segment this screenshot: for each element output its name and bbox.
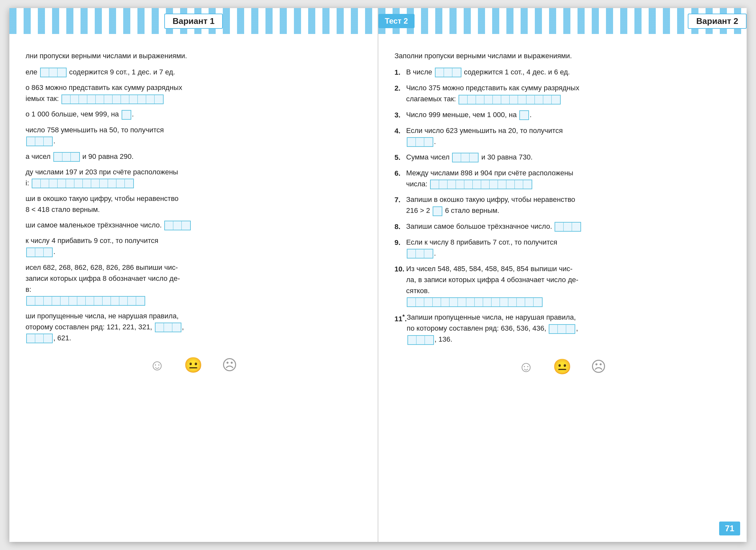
left-q5: а чисел и 90 равна 290. [26,151,362,162]
book: Вариант 1 лни пропуски верными числами и… [9,8,747,542]
left-header-strip: Вариант 1 [9,8,378,34]
right-smileys: ☺ 😐 ☹ [394,355,730,379]
answer-box-rq7[interactable] [433,206,442,216]
smiley-neutral-right[interactable]: 😐 [553,355,571,379]
right-q9: 9. Если к числу 8 прибавить 7 сот., то п… [394,237,730,259]
answer-box-q5[interactable] [53,152,80,162]
answer-box-rq10[interactable] [407,297,543,307]
right-q5: 5. Сумма чисел и 30 равна 730. [394,152,730,163]
answer-box-rq11b[interactable] [407,335,434,345]
answer-box-rq3[interactable] [519,110,529,120]
right-q2: 2. Число 375 можно представить как сумму… [394,82,730,104]
answer-box-q11a[interactable] [155,323,181,332]
right-q6: 6. Между числами 898 и 904 при счёте рас… [394,167,730,189]
answer-box-rq8[interactable] [555,222,581,232]
left-content: лни пропуски верными числами и выражения… [26,50,362,377]
left-smileys: ☺ 😐 ☹ [26,353,362,377]
left-q10: исел 682, 268, 862, 628, 826, 286 выпиши… [26,262,362,306]
answer-box-q4[interactable] [26,136,53,146]
right-q10: 10. Из чисел 548, 485, 584, 458, 845, 85… [394,263,730,308]
left-q11: ши пропущенные числа, не нарушая правила… [26,311,362,344]
smiley-happy-left[interactable]: ☺ [150,353,165,377]
answer-box-q3[interactable] [122,110,131,120]
answer-box-rq5[interactable] [452,153,479,162]
answer-box-rq6[interactable] [430,179,532,189]
right-q8: 8. Запиши самое большое трёхзначное числ… [394,221,730,232]
right-intro: Заполни пропуски верными числами и выраж… [394,50,730,61]
right-q1: 1. В числе содержится 1 сот., 4 дес. и 6… [394,67,730,78]
left-page: Вариант 1 лни пропуски верными числами и… [9,8,378,542]
answer-box-q11b[interactable] [26,334,53,343]
right-header-content: Тест 2 Вариант 2 [378,14,747,29]
smiley-happy-right[interactable]: ☺ [519,355,534,379]
right-q7: 7. Запиши в окошко такую цифру, чтобы не… [394,194,730,216]
answer-box-q9[interactable] [26,247,53,257]
answer-box-rq4[interactable] [407,137,433,147]
left-q1: еле содержится 9 сот., 1 дес. и 7 ед. [26,67,362,78]
right-content: Заполни пропуски верными числами и выраж… [394,50,730,379]
left-q4: число 758 уменьшить на 50, то получится … [26,124,362,146]
answer-box-q6[interactable] [32,178,134,188]
right-header-strip: Тест 2 Вариант 2 [378,8,747,34]
answer-box-q1[interactable] [40,68,67,77]
left-q8: ши самое маленькое трёхзначное число. [26,220,362,231]
answer-box-rq2[interactable] [459,95,561,104]
answer-box-rq1[interactable] [435,68,461,77]
smiley-neutral-left[interactable]: 😐 [184,353,202,377]
right-q3: 3. Число 999 меньше, чем 1 000, на . [394,109,730,121]
smiley-sad-left[interactable]: ☹ [222,353,237,377]
answer-box-q2[interactable] [61,94,164,104]
right-q11: 11*. Запиши пропущенные числа, не наруша… [394,312,730,345]
page-number: 71 [719,522,740,535]
left-q6: ду числами 197 и 203 при счёте расположе… [26,167,362,189]
answer-box-q10[interactable] [26,296,145,306]
left-intro: лни пропуски верными числами и выражения… [26,50,362,61]
left-q9: к числу 4 прибавить 9 сот., то получится… [26,235,362,257]
answer-box-rq11a[interactable] [549,324,575,334]
answer-box-rq9[interactable] [407,249,433,258]
smiley-sad-right[interactable]: ☹ [591,355,606,379]
answer-box-q8[interactable] [164,221,191,230]
variant-badge-right: Вариант 2 [688,14,747,29]
right-page: Тест 2 Вариант 2 Заполни пропуски верным… [378,8,747,542]
left-q7: ши в окошко такую цифру, чтобы неравенст… [26,193,362,215]
right-q4: 4. Если число 623 уменьшить на 20, то по… [394,125,730,147]
variant-badge-left: Вариант 1 [164,14,223,29]
left-q2: о 863 можно представить как сумму разряд… [26,82,362,104]
left-q3: о 1 000 больше, чем 999, на . [26,109,362,120]
test-badge: Тест 2 [378,14,415,28]
